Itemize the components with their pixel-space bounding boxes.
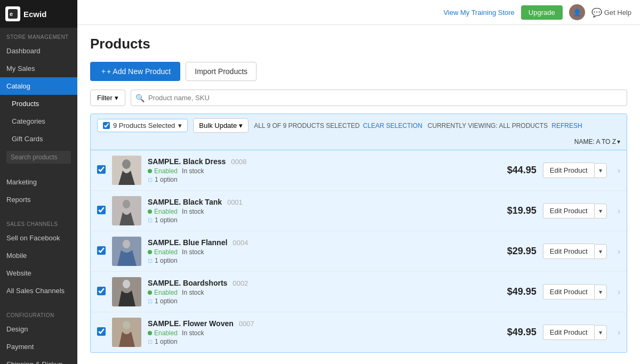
selection-info: ALL 9 OF 9 PRODUCTS SELECTED CLEAR SELEC… — [254, 122, 582, 130]
sidebar-item-website[interactable]: Website — [0, 264, 77, 282]
edit-product-dropdown-p5[interactable]: ▾ — [594, 325, 607, 340]
chevron-down-icon-sort: ▾ — [617, 138, 620, 145]
edit-product-dropdown-p1[interactable]: ▾ — [594, 163, 607, 178]
product-meta-p3: Enabled In stock — [148, 248, 487, 256]
edit-product-button-p4[interactable]: Edit Product — [543, 284, 594, 300]
sidebar-item-gift-cards[interactable]: Gift Cards — [0, 130, 77, 148]
sidebar-item-catalog[interactable]: Catalog — [0, 77, 77, 95]
edit-product-button-p2[interactable]: Edit Product — [543, 203, 594, 219]
edit-product-dropdown-p2[interactable]: ▾ — [594, 204, 607, 219]
product-info-p1: SAMPLE. Black Dress 0008 Enabled In stoc… — [148, 157, 487, 183]
sort-button[interactable]: NAME: A TO Z ▾ — [574, 138, 620, 145]
option-icon-p3: ⊡ — [148, 257, 153, 264]
edit-product-button-p3[interactable]: Edit Product — [543, 244, 594, 259]
plus-icon: ＋ — [100, 67, 107, 76]
sidebar-item-reports[interactable]: Reports — [0, 191, 77, 208]
svg-point-11 — [123, 321, 130, 329]
upgrade-button[interactable]: Upgrade — [521, 5, 563, 20]
svg-text:e: e — [10, 11, 13, 17]
product-search-input[interactable] — [131, 90, 627, 106]
product-checkbox-p4[interactable] — [97, 287, 106, 297]
edit-product-button-p1[interactable]: Edit Product — [543, 163, 594, 178]
edit-product-button-p5[interactable]: Edit Product — [543, 325, 594, 340]
product-stock-p4: In stock — [182, 289, 204, 296]
product-price-p1: $44.95 — [494, 165, 537, 176]
training-store-link[interactable]: View My Training Store — [443, 9, 514, 17]
product-select-p3[interactable] — [97, 246, 106, 255]
status-dot-p4 — [148, 290, 152, 295]
clear-selection-link[interactable]: CLEAR SELECTION — [363, 122, 422, 130]
sidebar-item-payment[interactable]: Payment — [0, 338, 77, 355]
edit-product-wrap-p4: Edit Product ▾ — [543, 284, 607, 300]
product-checkbox-p2[interactable] — [97, 206, 106, 216]
refresh-link[interactable]: REFRESH — [551, 122, 582, 130]
product-info-p2: SAMPLE. Black Tank 0001 Enabled In stock… — [148, 198, 487, 224]
sidebar-item-sell-on-facebook[interactable]: Sell on Facebook — [0, 229, 77, 247]
add-new-product-button[interactable]: ＋ + Add New Product — [90, 62, 180, 81]
edit-product-wrap-p5: Edit Product ▾ — [543, 325, 607, 340]
product-meta-p4: Enabled In stock — [148, 289, 487, 296]
product-row: SAMPLE. Flower Woven 0007 Enabled In sto… — [91, 312, 627, 352]
get-help-button[interactable]: 💬 Get Help — [591, 7, 631, 18]
store-management-label: Store management — [0, 28, 77, 42]
sidebar-logo[interactable]: e Ecwid — [0, 0, 77, 28]
product-checkbox-p3[interactable] — [97, 246, 106, 256]
status-dot-p5 — [148, 331, 152, 335]
chat-icon: 💬 — [591, 7, 602, 18]
product-price-p2: $19.95 — [494, 205, 537, 216]
products-selected-toggle[interactable]: 9 Products Selected ▾ — [97, 119, 188, 132]
product-stock-p3: In stock — [182, 248, 204, 256]
product-info-p5: SAMPLE. Flower Woven 0007 Enabled In sto… — [148, 319, 487, 345]
sidebar-item-all-sales-channels[interactable]: All Sales Channels — [0, 282, 77, 300]
edit-product-dropdown-p3[interactable]: ▾ — [594, 244, 607, 259]
product-row: SAMPLE. Black Dress 0008 Enabled In stoc… — [91, 150, 627, 191]
product-options-p2: ⊡ 1 option — [148, 216, 487, 224]
sidebar-item-my-sales[interactable]: My Sales — [0, 60, 77, 77]
product-options-p1: ⊡ 1 option — [148, 176, 487, 183]
sidebar-item-categories[interactable]: Categories — [0, 112, 77, 130]
product-row-chevron-p2: › — [618, 206, 620, 216]
product-checkbox-p5[interactable] — [97, 327, 106, 337]
filter-button[interactable]: Filter ▾ — [90, 90, 125, 106]
product-status-p5: Enabled — [148, 329, 178, 337]
product-select-p2[interactable] — [97, 206, 106, 214]
option-icon-p5: ⊡ — [148, 338, 153, 345]
sidebar-item-design[interactable]: Design — [0, 320, 77, 338]
product-row: SAMPLE. Black Tank 0001 Enabled In stock… — [91, 191, 627, 231]
edit-product-dropdown-p4[interactable]: ▾ — [594, 285, 607, 300]
sidebar-item-shipping-pickup[interactable]: Shipping & Pickup — [0, 355, 77, 364]
product-row-chevron-p1: › — [618, 166, 620, 175]
product-select-p5[interactable] — [97, 327, 106, 336]
edit-product-wrap-p1: Edit Product ▾ — [543, 163, 607, 178]
product-checkbox-p1[interactable] — [97, 165, 106, 175]
ecwid-logo-icon: e — [5, 6, 20, 21]
product-stock-p2: In stock — [182, 208, 204, 215]
bulk-update-button[interactable]: Bulk Update ▾ — [193, 118, 249, 133]
product-name-p2: SAMPLE. Black Tank 0001 — [148, 198, 487, 206]
import-products-button[interactable]: Import Products — [186, 62, 257, 81]
product-row-chevron-p3: › — [618, 247, 620, 256]
sidebar-item-products[interactable]: Products — [0, 95, 77, 112]
sidebar-item-dashboard[interactable]: Dashboard — [0, 42, 77, 60]
product-name-p3: SAMPLE. Blue Flannel 0004 — [148, 238, 487, 247]
product-image-p2 — [112, 196, 141, 225]
sidebar-item-marketing[interactable]: Marketing — [0, 173, 77, 191]
product-select-p4[interactable] — [97, 287, 106, 295]
product-select-p1[interactable] — [97, 165, 106, 174]
product-list: SAMPLE. Black Dress 0008 Enabled In stoc… — [90, 150, 627, 353]
product-status-p4: Enabled — [148, 289, 178, 296]
svg-point-7 — [123, 240, 130, 248]
product-meta-p5: Enabled In stock — [148, 329, 487, 337]
svg-point-5 — [123, 200, 130, 208]
product-image-p4 — [112, 277, 141, 306]
user-avatar[interactable]: 👤 — [569, 4, 585, 20]
search-products-input[interactable] — [6, 151, 71, 164]
product-price-p3: $29.95 — [494, 246, 537, 257]
product-info-p3: SAMPLE. Blue Flannel 0004 Enabled In sto… — [148, 238, 487, 264]
product-image-p5 — [112, 318, 141, 347]
product-row: SAMPLE. Boardshorts 0002 Enabled In stoc… — [91, 272, 627, 312]
product-options-p4: ⊡ 1 option — [148, 297, 487, 305]
select-all-checkbox[interactable] — [103, 122, 110, 129]
avatar-initial: 👤 — [573, 9, 581, 17]
sidebar-item-mobile[interactable]: Mobile — [0, 247, 77, 264]
